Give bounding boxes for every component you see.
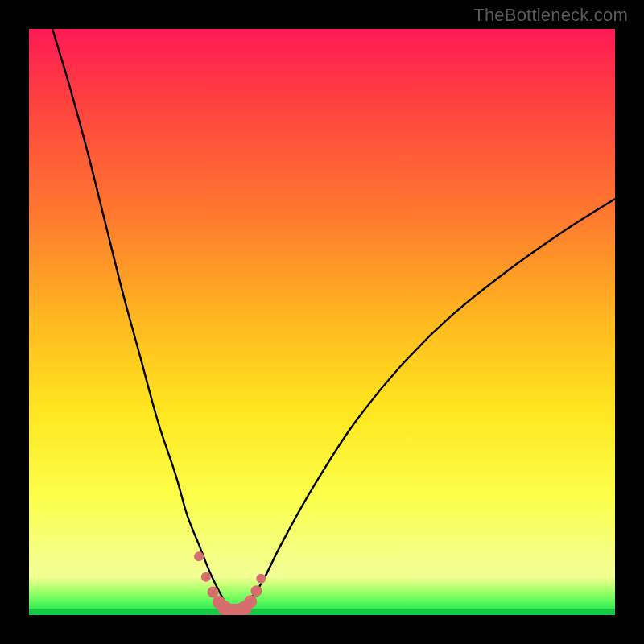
bottleneck-curve [52,29,615,611]
valley-dot [244,595,257,608]
valley-dot [256,574,266,584]
plot-area [29,29,615,615]
watermark-text: TheBottleneck.com [473,5,628,26]
valley-dot [201,572,211,582]
valley-dot-outlier [194,551,204,561]
chart-svg [29,29,615,615]
valley-dot [250,585,262,597]
